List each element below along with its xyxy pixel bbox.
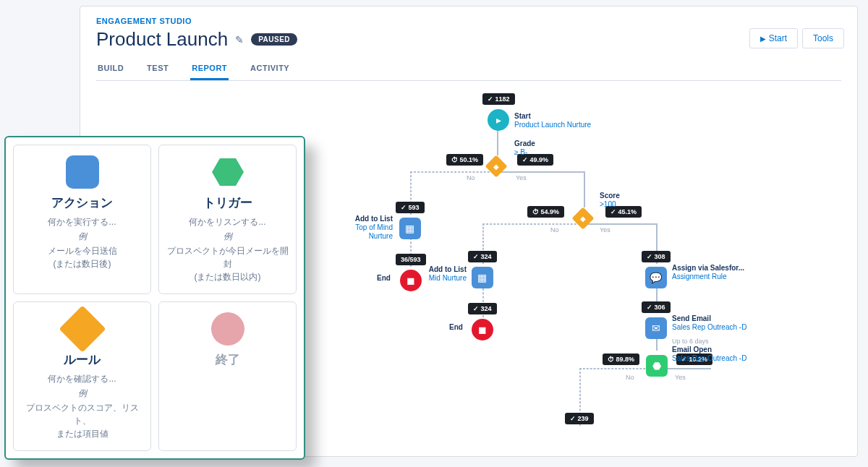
grade-left-badge: ⏱ 50.1% bbox=[446, 154, 483, 166]
connector bbox=[584, 171, 585, 207]
assign-label: Assign via Salesfor...Assignment Rule bbox=[672, 264, 744, 281]
rule-icon: ◆ bbox=[571, 207, 594, 229]
emailopen-left-badge: ⏱ 89.8% bbox=[603, 354, 639, 365]
action-icon: ▦ bbox=[472, 267, 493, 288]
node-badge: ✓ 1182 bbox=[482, 93, 515, 105]
legend-desc: 何かを確認する... 例 プロスペクトのスコア、リスト、 または項目値 bbox=[21, 372, 143, 440]
node-badge: ✓ 308 bbox=[642, 251, 671, 262]
branch-yes: Yes bbox=[675, 374, 686, 381]
start-button[interactable]: ▶Start bbox=[749, 28, 798, 48]
legend-desc: 何かをリスンする... 例 プロスペクトが今日メールを開封 (または数日以内) bbox=[166, 215, 289, 283]
branch-yes: Yes bbox=[516, 174, 527, 181]
end-icon: ◼ bbox=[472, 319, 493, 340]
node-badge: ✓ 306 bbox=[642, 301, 671, 313]
node-assign[interactable]: ✓ 308 💬 bbox=[642, 251, 671, 288]
rule-icon: ◆ bbox=[485, 155, 507, 177]
tab-test[interactable]: TEST bbox=[145, 58, 170, 80]
node-badge: ✓ 239 bbox=[565, 413, 594, 424]
start-icon: ▸ bbox=[488, 109, 509, 131]
breadcrumb: ENGAGEMENT STUDIO bbox=[96, 17, 841, 25]
legend-title: ルール bbox=[21, 351, 143, 368]
node-email-open[interactable]: ⬣ bbox=[646, 351, 668, 377]
legend-rule-card: ルール 何かを確認する... 例 プロスペクトのスコア、リスト、 または項目値 bbox=[13, 301, 151, 451]
branch-no: No bbox=[626, 374, 634, 381]
node-send-email[interactable]: ✓ 306 ✉ bbox=[642, 301, 671, 339]
tab-bar: BUILD TEST REPORT ACTIVITY bbox=[96, 58, 841, 81]
add-list-1-label: Add to ListTop of Mind Nurture bbox=[335, 215, 393, 241]
action-shape-icon bbox=[66, 155, 99, 189]
node-badge: ✓ 324 bbox=[468, 251, 497, 262]
action-icon: ✉ bbox=[645, 317, 667, 339]
page-title: Product Launch bbox=[96, 28, 228, 51]
legend-end-card: 終了 bbox=[158, 301, 297, 451]
connector bbox=[497, 129, 498, 155]
tab-build[interactable]: BUILD bbox=[96, 58, 125, 80]
action-icon: 💬 bbox=[645, 267, 667, 288]
trigger-shape-icon bbox=[211, 155, 244, 189]
connector bbox=[410, 171, 497, 173]
end-shape-icon bbox=[211, 312, 244, 346]
branch-no: No bbox=[467, 174, 475, 181]
tab-activity[interactable]: ACTIVITY bbox=[249, 58, 291, 80]
node-badge: ✓ 324 bbox=[468, 303, 497, 314]
add-list-2-label: Add to ListMid Nurture bbox=[414, 265, 467, 283]
connector bbox=[497, 171, 584, 173]
edit-icon[interactable]: ✎ bbox=[235, 34, 244, 46]
legend-title: トリガー bbox=[166, 194, 289, 211]
connector bbox=[656, 338, 658, 351]
send-email-label: Send EmailSales Rep Outreach -D bbox=[672, 314, 746, 332]
node-badge: ✓ 593 bbox=[396, 202, 425, 213]
emailopen-label: Up to 6 daysEmail OpenSales Rep Outreach… bbox=[672, 338, 746, 363]
rule-shape-icon bbox=[59, 305, 106, 352]
legend-trigger-card: トリガー 何かをリスンする... 例 プロスペクトが今日メールを開封 (または数… bbox=[158, 145, 297, 294]
connector bbox=[482, 223, 584, 225]
legend-action-card: アクション 何かを実行する... 例 メールを今日送信 (または数日後) bbox=[13, 145, 151, 294]
node-end-2[interactable]: ✓ 324 ◼ bbox=[468, 303, 497, 340]
trigger-icon: ⬣ bbox=[646, 355, 668, 377]
legend-title: アクション bbox=[21, 194, 143, 211]
node-score[interactable]: ◆ bbox=[575, 206, 591, 226]
legend-title: 終了 bbox=[166, 351, 289, 368]
end-1-label: End bbox=[377, 274, 391, 283]
node-add-list-1[interactable]: ✓ 593 ▦ bbox=[396, 202, 425, 239]
node-legend-panel: アクション 何かを実行する... 例 メールを今日送信 (または数日後) トリガ… bbox=[4, 136, 305, 460]
node-label: Start Product Launch Nurture bbox=[514, 112, 591, 129]
play-icon: ▶ bbox=[760, 35, 766, 43]
connector bbox=[584, 223, 656, 225]
tab-report[interactable]: REPORT bbox=[190, 58, 229, 80]
status-badge: PAUSED bbox=[251, 33, 297, 46]
action-icon: ▦ bbox=[399, 218, 421, 239]
grade-label: Grade≥ B- bbox=[514, 140, 535, 157]
tools-button[interactable]: Tools bbox=[802, 28, 844, 48]
end-2-label: End bbox=[449, 323, 463, 332]
start-button-label: Start bbox=[769, 33, 787, 43]
node-start[interactable]: ✓ 1182 ▸ bbox=[482, 93, 515, 131]
tools-button-label: Tools bbox=[813, 33, 833, 43]
branch-yes: Yes bbox=[600, 226, 610, 234]
svg-marker-0 bbox=[212, 158, 244, 186]
node-badge: 36/593 bbox=[396, 254, 426, 265]
score-left-badge: ⏱ 54.9% bbox=[527, 206, 564, 218]
legend-desc: 何かを実行する... 例 メールを今日送信 (または数日後) bbox=[21, 215, 143, 270]
branch-no: No bbox=[550, 226, 559, 234]
connector bbox=[579, 368, 656, 369]
node-add-list-2[interactable]: ✓ 324 ▦ bbox=[468, 251, 497, 288]
node-grade[interactable]: ◆ bbox=[488, 154, 504, 174]
node-bottom[interactable]: ✓ 239 bbox=[565, 413, 594, 424]
score-label: Score>100 bbox=[600, 192, 620, 209]
